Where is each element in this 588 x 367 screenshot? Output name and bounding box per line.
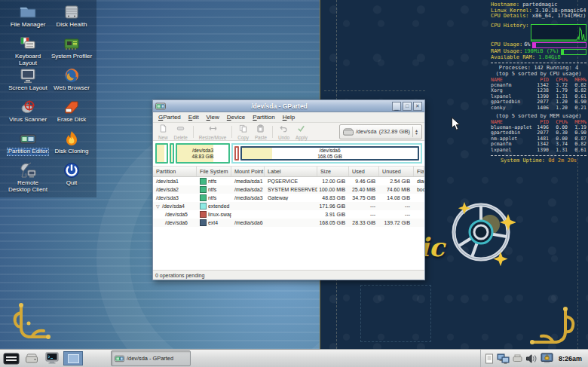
partition-segment-sda5[interactable] — [234, 146, 239, 161]
partition-name-cell: /dev/sda1 — [153, 179, 197, 184]
toolbar-new-button[interactable]: New — [155, 122, 171, 141]
partition-segment-label: /dev/sda6168.05 GiB — [317, 148, 342, 158]
volume-icon[interactable] — [525, 353, 537, 364]
maximize-button[interactable]: □ — [403, 102, 412, 111]
menu-partition[interactable]: Partition — [249, 114, 278, 121]
partition-row-dev-sda3[interactable]: /dev/sda3ntfs/media/sda3Gateway48.83 GiB… — [153, 194, 424, 202]
desktop-icon-screen-layout[interactable]: Screen Layout — [6, 66, 50, 98]
column-header-unused[interactable]: Unused — [379, 167, 414, 176]
uptime-label: System Uptime: — [501, 158, 545, 164]
desktop-icon-label: Partition Editor — [8, 148, 48, 155]
process-col-header: NAME — [491, 120, 532, 125]
column-header-flags[interactable]: Flags — [414, 167, 424, 176]
desktop-icon-label: File Manager — [10, 22, 47, 29]
processes-line: Processes: 142 Running: 4 — [491, 66, 586, 72]
menu-bar: GPartedEditViewDevicePartitionHelp — [153, 112, 424, 123]
copy-icon — [239, 122, 247, 136]
partition-segment-extended[interactable]: /dev/sda6168.05 GiB — [231, 143, 422, 164]
toolbar: NewDeleteResize/MoveCopyPasteUndoApply /… — [153, 123, 424, 141]
cloning-icon — [63, 130, 81, 148]
removable-device-icon[interactable] — [513, 354, 522, 362]
toolbar-paste-button[interactable]: Paste — [252, 122, 270, 141]
toolbar-button-label: Undo — [278, 136, 289, 141]
partition-row-dev-sda6[interactable]: /dev/sda6ext4/media/sda6168.05 GiB28.33 … — [153, 219, 424, 227]
desktop-icon-partition-editor[interactable]: Partition Editor — [6, 130, 50, 161]
menu-gparted[interactable]: GParted — [155, 114, 185, 121]
gparted-task-icon — [115, 355, 124, 362]
partition-name-cell: /dev/sda3 — [153, 195, 197, 200]
taskbar-clock[interactable]: 8:26am — [556, 355, 586, 362]
menu-edit[interactable]: Edit — [185, 114, 203, 121]
column-header-size[interactable]: Size — [317, 167, 349, 176]
desktop-icon-remote-desktop-client[interactable]: Remote Desktop Client — [6, 161, 50, 193]
desktop-icon-web-browser[interactable]: Web Browser — [50, 66, 93, 98]
column-header-used[interactable]: Used — [349, 167, 379, 176]
partition-segment-sda6[interactable]: /dev/sda6168.05 GiB — [240, 146, 419, 161]
screen-lock-icon[interactable] — [541, 353, 553, 364]
menu-device[interactable]: Device — [223, 114, 249, 121]
hostname-value: partedmagic — [522, 2, 557, 8]
partition-row-dev-sda2[interactable]: /dev/sda2ntfs/media/sda2SYSTEM RESERVED1… — [153, 185, 424, 194]
desktop-icon-system-profiler[interactable]: System Profiler — [50, 35, 93, 66]
toolbar-apply-button[interactable]: Apply — [292, 122, 311, 141]
toolbar-undo-button[interactable]: Undo — [275, 122, 292, 141]
drives-launcher-icon[interactable] — [23, 351, 41, 366]
title-bar[interactable]: /dev/sda - GParted ▁ □ ✕ — [153, 100, 424, 112]
column-header-partition[interactable]: Partition — [153, 167, 197, 176]
workspace-pager[interactable] — [63, 351, 83, 365]
toolbar-button-label: Apply — [296, 136, 308, 141]
desktop-icon-disk-cloning[interactable]: Disk Cloning — [50, 130, 93, 161]
size-cell: 171.96 GiB — [317, 203, 349, 209]
desktop-icon-label: Virus Scanner — [8, 117, 47, 124]
hostname-label: Hostname: — [491, 2, 519, 8]
desktop-icon-virus-scanner[interactable]: Virus Scanner — [6, 98, 50, 130]
toolbar-separator — [193, 126, 194, 138]
desktop-icon-quit[interactable]: Quit — [50, 161, 93, 193]
gold-flourish-icon — [6, 302, 53, 344]
expander-icon[interactable]: ▽ — [156, 203, 162, 209]
desktop-icon-disk-health[interactable]: Disk Health — [50, 3, 93, 35]
display-launcher-icon[interactable] — [43, 351, 61, 366]
disk-icon — [343, 128, 354, 136]
clipboard-icon[interactable] — [485, 353, 494, 364]
toolbar-delete-button[interactable]: Delete — [171, 122, 191, 141]
partition-table: /dev/sda1ntfs/media/sda1PQSERVICE12.00 G… — [153, 177, 424, 270]
desktop-icon-keyboard-layout[interactable]: Keyboard Layout — [6, 35, 50, 66]
filesystem-cell: extended — [197, 203, 231, 209]
combo-spinner-icon[interactable]: ▲▼ — [412, 127, 420, 137]
device-path: /dev/sda — [356, 128, 377, 135]
minimize-button[interactable]: ▁ — [392, 102, 401, 111]
menu-help[interactable]: Help — [279, 114, 299, 121]
app-menu-button[interactable] — [2, 351, 20, 366]
network-monitors-icon[interactable] — [497, 353, 510, 364]
desktop-icon-file-manager[interactable]: File Manager — [6, 3, 50, 35]
partition-row-dev-sda1[interactable]: /dev/sda1ntfs/media/sda1PQSERVICE12.00 G… — [153, 177, 424, 185]
partition-row-dev-sda4[interactable]: ▽/dev/sda4extended171.96 GiB------ — [153, 202, 424, 210]
gparted-app-icon — [155, 102, 166, 110]
column-header-label[interactable]: Label — [265, 167, 317, 176]
close-button[interactable]: ✕ — [413, 102, 422, 111]
device-size: (232.89 GiB) — [379, 128, 410, 135]
desktop-icon-label: Remote Desktop Client — [6, 180, 50, 193]
unused-cell: --- — [379, 212, 414, 217]
desktop-icon-label: Quit — [66, 180, 78, 187]
column-header-file-system[interactable]: File System — [197, 167, 231, 176]
filesystem-cell: linux-swap — [197, 211, 231, 218]
used-cell: 9.46 GiB — [349, 179, 379, 184]
toolbar-copy-button[interactable]: Copy — [234, 122, 252, 141]
menu-view[interactable]: View — [203, 114, 223, 121]
partition-segment-sda1[interactable] — [155, 143, 168, 164]
column-header-mount-point[interactable]: Mount Point — [231, 167, 265, 176]
screen-icon — [19, 66, 37, 84]
device-combobox[interactable]: /dev/sda (232.89 GiB) ▲▼ — [339, 124, 422, 139]
desktop-icon-erase-disk[interactable]: Erase Disk — [50, 98, 93, 130]
toolbar-resize-move-button[interactable]: Resize/Move — [196, 122, 229, 141]
profiler-icon — [63, 35, 81, 53]
unused-cell: 14.08 GiB — [379, 195, 414, 200]
cpu-details-value: x86_64, 1754(MHz) — [532, 14, 586, 19]
partition-segment-sda3[interactable]: /dev/sda348.83 GiB — [176, 143, 230, 164]
process-row: lxpanel13901.310.61 — [491, 148, 586, 153]
partition-row-dev-sda5[interactable]: /dev/sda5linux-swap3.91 GiB------ — [153, 210, 424, 219]
partition-segment-sda2[interactable] — [170, 143, 174, 164]
taskbar-task-gparted[interactable]: /dev/sda - GParted — [111, 350, 191, 366]
